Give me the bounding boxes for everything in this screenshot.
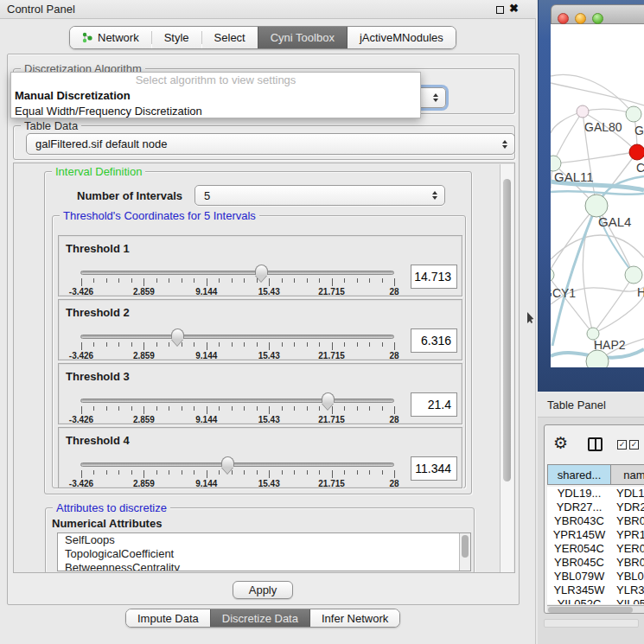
table-data-select[interactable]: galFiltered.sif default node: [26, 133, 515, 155]
settings-scrollbar[interactable]: [500, 164, 513, 573]
network-icon: [82, 32, 93, 43]
slider-track[interactable]: [80, 462, 394, 467]
table-row[interactable]: YER054CYER054C: [547, 542, 644, 556]
slider-track[interactable]: [80, 271, 394, 275]
algorithm-popup-hint: Select algorithm to view settings: [11, 73, 420, 88]
threshold-label: Threshold 3: [66, 370, 130, 383]
zoom-window-icon[interactable]: [592, 13, 603, 24]
slider-tick-label: -3.426: [69, 415, 93, 424]
slider-tick: [319, 406, 320, 411]
cell-name: YDL19...: [611, 487, 644, 501]
attribute-list-item[interactable]: TopologicalCoefficient: [58, 547, 470, 561]
threshold-value-field[interactable]: 6.316: [411, 328, 457, 353]
slider-thumb[interactable]: [171, 328, 184, 339]
bottom-tab-impute-data[interactable]: Impute Data: [126, 609, 210, 627]
tab-network[interactable]: Network: [70, 27, 151, 48]
slider-thumb[interactable]: [322, 392, 335, 403]
column-header-name[interactable]: name: [611, 464, 644, 485]
attributes-group-title: Attributes to discretize: [53, 501, 170, 514]
threshold-panel: Threshold 1-3.4262.8599.14415.4321.71528…: [58, 235, 462, 296]
minimize-window-icon[interactable]: [575, 13, 586, 24]
tab-cyni-toolbox[interactable]: Cyni Toolbox: [258, 27, 348, 48]
slider-tick: [257, 406, 258, 411]
threshold-value-field[interactable]: 11.344: [411, 456, 457, 481]
slider-tick: [307, 342, 308, 347]
table-row[interactable]: YBR043CYBR043C: [547, 514, 644, 528]
apply-button[interactable]: Apply: [233, 581, 293, 599]
scrollbar-thumb[interactable]: [462, 535, 469, 558]
slider-tick: [207, 278, 207, 286]
table-row[interactable]: YBR045CYBR045C: [547, 556, 644, 570]
slider-tick: [357, 278, 358, 283]
slider-thumb[interactable]: [255, 265, 268, 275]
float-panel-icon[interactable]: [496, 6, 504, 14]
slider-tick: [357, 342, 358, 347]
attribute-list-item[interactable]: SelfLoops: [58, 533, 470, 547]
attributes-group: Attributes to discretize Numerical Attri…: [45, 507, 475, 573]
close-window-icon[interactable]: [558, 13, 569, 24]
slider-tick: [93, 278, 94, 283]
tab-label: Style: [164, 31, 189, 44]
slider-tick: [282, 406, 283, 411]
slider-track[interactable]: [80, 399, 394, 403]
numerical-attributes-list[interactable]: SelfLoopsTopologicalCoefficientBetweenne…: [57, 532, 471, 571]
algorithm-option[interactable]: Equal Width/Frequency Discretization: [11, 104, 420, 119]
scrollbar-thumb[interactable]: [503, 179, 511, 481]
cell-shared-name: YDR27...: [547, 501, 611, 514]
interval-definition-group-title: Interval Definition: [52, 165, 145, 178]
attribute-list-item[interactable]: BetweennessCentrality: [58, 561, 470, 571]
table-horizontal-scrollbar[interactable]: [547, 605, 644, 613]
table-row[interactable]: YDL19...YDL19...: [547, 487, 644, 501]
column-header-shared-name[interactable]: shared...: [547, 464, 611, 485]
table-rows[interactable]: YDL19...YDL19...YDR27...YDR27...YBR043CY…: [547, 487, 644, 604]
select-all-checkbox-icon[interactable]: ✓: [617, 440, 627, 450]
slider-tick: [131, 470, 132, 475]
bottom-tab-infer-network[interactable]: Infer Network: [310, 609, 399, 627]
cell-shared-name: YPR145W: [547, 528, 611, 542]
cell-shared-name: YLR345W: [547, 583, 611, 597]
slider-tick-label: 21.715: [318, 415, 345, 424]
number-of-intervals-select[interactable]: 5: [194, 185, 445, 206]
bottom-tab-discretize-data[interactable]: Discretize Data: [210, 609, 310, 627]
table-row[interactable]: YDR27...YDR27...: [547, 501, 644, 514]
table-data-group: Table Data galFiltered.sif default node: [13, 125, 515, 160]
table-row[interactable]: YBL079WYBL079W: [547, 570, 644, 583]
threshold-value-field[interactable]: 14.713: [411, 265, 457, 289]
slider-tick: [131, 342, 132, 347]
cyni-toolbox-panel: Discretization Algorithm Table Data galF…: [7, 54, 520, 605]
slider-tick: [219, 342, 220, 347]
threshold-panel: Threshold 3-3.4262.8599.14415.4321.71528…: [58, 363, 462, 424]
tab-jactivemnodules[interactable]: jActiveMNodules: [348, 27, 456, 48]
table-settings-gear-icon[interactable]: ⚙: [553, 435, 568, 451]
table-row[interactable]: YIL052CYIL052C: [547, 597, 644, 604]
slider-tick: [81, 278, 82, 286]
threshold-value-field[interactable]: 21.4: [411, 392, 457, 417]
tab-select[interactable]: Select: [202, 27, 258, 48]
close-icon[interactable]: ✖: [509, 2, 519, 15]
algorithm-dropdown-popup: Select algorithm to view settings Manual…: [10, 72, 421, 118]
column-layout-icon[interactable]: [588, 437, 603, 451]
table-row[interactable]: YLR345WYLR345W: [547, 583, 644, 597]
cell-name: YER054C: [611, 542, 644, 556]
table-row[interactable]: YPR145WYPR145W: [547, 528, 644, 542]
slider-tick: [106, 406, 107, 411]
tab-style[interactable]: Style: [152, 27, 201, 48]
scrollbar-thumb[interactable]: [548, 607, 633, 613]
slider-tick: [194, 470, 194, 475]
slider-tick: [319, 278, 320, 283]
cell-name: YPR145W: [611, 528, 644, 542]
thresholds-group-title: Threshold's Coordinates for 5 Intervals: [60, 209, 259, 222]
slider-tick: [81, 470, 82, 478]
slider-tick: [182, 470, 182, 475]
slider-tick: [182, 342, 182, 347]
threshold-label: Threshold 1: [66, 242, 130, 255]
settings-scroll-area: Interval Definition Number of Intervals …: [13, 163, 515, 573]
slider-tick-label: 28: [389, 287, 399, 296]
attributes-list-scrollbar[interactable]: [459, 533, 470, 571]
algorithm-option[interactable]: Manual Discretization: [11, 88, 420, 104]
select-none-checkbox-icon[interactable]: ✓: [629, 440, 639, 450]
slider-thumb[interactable]: [221, 456, 234, 467]
slider-tick: [93, 342, 94, 347]
network-window-titlebar[interactable]: [551, 4, 644, 24]
slider-track[interactable]: [80, 335, 394, 339]
